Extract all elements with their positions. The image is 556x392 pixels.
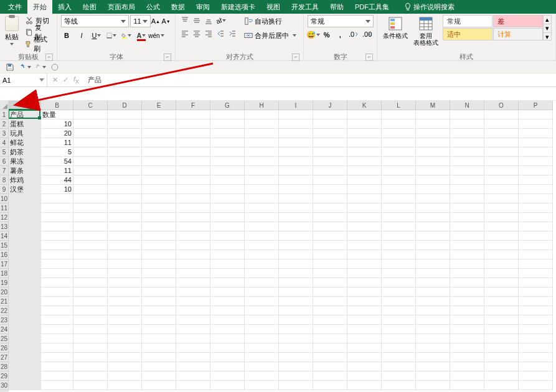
cell[interactable]: [108, 334, 142, 343]
cell[interactable]: [484, 381, 519, 390]
cell[interactable]: [313, 315, 347, 325]
cell[interactable]: [73, 259, 108, 269]
cell[interactable]: [313, 119, 347, 129]
col-header-B[interactable]: B: [41, 101, 73, 110]
cell[interactable]: [142, 343, 176, 353]
cell[interactable]: [313, 222, 347, 231]
cell[interactable]: [210, 278, 245, 287]
row-header-27[interactable]: 27: [0, 353, 9, 362]
tab-视图[interactable]: 视图: [261, 0, 286, 14]
cell[interactable]: [519, 250, 553, 259]
cell[interactable]: [519, 278, 553, 287]
cell[interactable]: [279, 315, 313, 325]
cell[interactable]: [450, 203, 484, 213]
cell[interactable]: [519, 157, 553, 166]
cell[interactable]: [142, 241, 176, 250]
cell[interactable]: [484, 315, 519, 325]
cell[interactable]: [108, 166, 142, 175]
cell[interactable]: [9, 213, 41, 222]
cell[interactable]: [108, 241, 142, 250]
cell[interactable]: [382, 259, 416, 269]
cell[interactable]: [176, 138, 210, 147]
cell[interactable]: [279, 334, 313, 343]
cell[interactable]: [382, 119, 416, 129]
cell[interactable]: [210, 371, 245, 381]
cell[interactable]: [450, 287, 484, 297]
cell[interactable]: 54: [41, 157, 73, 166]
cell[interactable]: [313, 231, 347, 241]
cell[interactable]: [519, 166, 553, 175]
cell[interactable]: [210, 203, 245, 213]
col-header-F[interactable]: F: [176, 101, 210, 110]
cell[interactable]: [450, 381, 484, 390]
cell[interactable]: [313, 129, 347, 138]
tab-插入[interactable]: 插入: [52, 0, 77, 14]
cell[interactable]: [450, 147, 484, 157]
cell[interactable]: [41, 241, 73, 250]
cell[interactable]: [245, 259, 279, 269]
cell[interactable]: [382, 297, 416, 306]
cell[interactable]: [210, 334, 245, 343]
col-header-N[interactable]: N: [450, 101, 484, 110]
cell[interactable]: [176, 222, 210, 231]
cell[interactable]: [450, 343, 484, 353]
cell[interactable]: [108, 297, 142, 306]
cell[interactable]: [41, 194, 73, 203]
cell[interactable]: [279, 157, 313, 166]
cell[interactable]: [108, 129, 142, 138]
cell[interactable]: [176, 371, 210, 381]
comma-button[interactable]: ,: [335, 29, 346, 40]
cell[interactable]: [142, 166, 176, 175]
cell[interactable]: [142, 269, 176, 278]
cell[interactable]: [416, 119, 450, 129]
cell[interactable]: [347, 371, 382, 381]
cell[interactable]: [416, 343, 450, 353]
cell[interactable]: [279, 138, 313, 147]
cell[interactable]: [450, 194, 484, 203]
cell[interactable]: [245, 250, 279, 259]
cell[interactable]: [347, 203, 382, 213]
conditional-format-button[interactable]: 条件格式: [381, 15, 410, 40]
cell[interactable]: [382, 250, 416, 259]
cell[interactable]: [347, 315, 382, 325]
row-header-6[interactable]: 6: [0, 157, 9, 166]
cell[interactable]: [245, 129, 279, 138]
col-header-E[interactable]: E: [142, 101, 176, 110]
cell[interactable]: [484, 129, 519, 138]
cell[interactable]: [382, 213, 416, 222]
row-header-21[interactable]: 21: [0, 297, 9, 306]
cell[interactable]: [176, 334, 210, 343]
cell[interactable]: [347, 147, 382, 157]
cell[interactable]: [382, 241, 416, 250]
cell[interactable]: [450, 138, 484, 147]
cell[interactable]: [142, 138, 176, 147]
cell[interactable]: [416, 147, 450, 157]
row-header-15[interactable]: 15: [0, 241, 9, 250]
cell[interactable]: [142, 110, 176, 119]
cell[interactable]: [73, 353, 108, 362]
cell[interactable]: [450, 157, 484, 166]
cell[interactable]: [176, 157, 210, 166]
cell[interactable]: [519, 175, 553, 185]
row-header-23[interactable]: 23: [0, 315, 9, 325]
cell[interactable]: [313, 353, 347, 362]
cell[interactable]: [210, 110, 245, 119]
paste-button[interactable]: 粘贴: [4, 15, 20, 45]
accounting-format-button[interactable]: 😅: [308, 29, 319, 40]
tab-公式[interactable]: 公式: [141, 0, 166, 14]
cell[interactable]: [245, 278, 279, 287]
cell[interactable]: [41, 213, 73, 222]
cell[interactable]: [382, 343, 416, 353]
row-header-30[interactable]: 30: [0, 381, 9, 390]
cell[interactable]: [142, 175, 176, 185]
cell[interactable]: [347, 287, 382, 297]
cell[interactable]: [210, 119, 245, 129]
cell[interactable]: [313, 147, 347, 157]
font-launcher[interactable]: ⌐: [164, 54, 171, 61]
cell[interactable]: [210, 241, 245, 250]
cell[interactable]: [450, 166, 484, 175]
cell[interactable]: [41, 334, 73, 343]
cell[interactable]: [73, 315, 108, 325]
tab-PDF工具集[interactable]: PDF工具集: [349, 0, 395, 14]
cell[interactable]: [108, 259, 142, 269]
